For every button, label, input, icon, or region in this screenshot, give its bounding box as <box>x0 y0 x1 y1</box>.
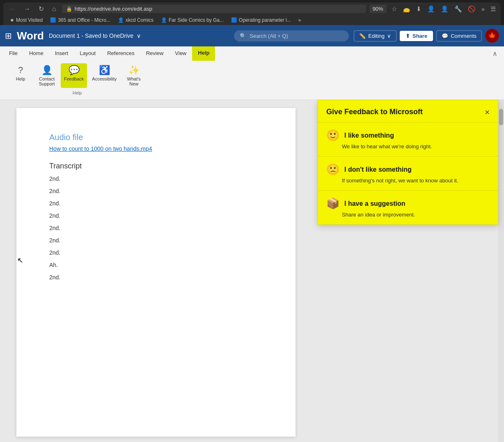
bookmarks-bar: ★ Most Visited 🟦 365 and Office - Micro.… <box>3 15 501 25</box>
back-button[interactable]: ← <box>7 5 18 14</box>
feedback-option-suggestion-header: 📦 I have a suggestion <box>326 197 490 210</box>
tab-review[interactable]: Review <box>140 47 170 60</box>
person-icon-2: 👤 <box>161 17 167 23</box>
feedback-suggestion-title: I have a suggestion <box>344 200 405 207</box>
feedback-title: Give Feedback to Microsoft <box>326 108 423 116</box>
menu-icon[interactable]: ☰ <box>489 5 497 14</box>
share-button[interactable]: ⬆ Share <box>400 31 433 41</box>
feedback-dislike-desc: If something's not right, we want to kno… <box>342 177 490 184</box>
search-input[interactable] <box>250 33 340 39</box>
tab-file[interactable]: File <box>3 47 23 60</box>
bookmark-label: 365 and Office - Micro... <box>58 17 110 23</box>
tab-insert[interactable]: Insert <box>49 47 74 60</box>
feedback-dislike-title: I don't like something <box>344 166 412 173</box>
smiley-icon: 🙂 <box>326 129 339 142</box>
feedback-header: Give Feedback to Microsoft × <box>318 100 498 122</box>
share-icon: ⬆ <box>405 33 410 39</box>
editing-button[interactable]: ✏️ Editing ∨ <box>354 30 396 41</box>
bookmark-more[interactable]: » <box>295 16 305 24</box>
browser-nav-icons: ☆ 👝 ⬇ 👤 👤 🔧 🚫 » ☰ <box>390 5 497 14</box>
feedback-like-title: I like something <box>344 132 394 139</box>
feedback-option-dislike-header: 🙁 I don't like something <box>326 163 490 176</box>
bookmark-most-visited[interactable]: ★ Most Visited <box>7 16 46 24</box>
accessibility-button[interactable]: ♿ Accessibility <box>89 63 120 88</box>
profile-icon-2[interactable]: 👤 <box>439 5 450 14</box>
transcript-line-6: 2nd. <box>49 237 263 244</box>
whats-new-icon: ✨ <box>128 65 140 76</box>
app-grid-icon[interactable]: ⊞ <box>5 31 12 41</box>
transcript-line-4: 2nd. <box>49 212 263 219</box>
document-area: Audio file How to count to 1000 on two h… <box>0 100 504 442</box>
bookmark-more-label: » <box>298 17 301 23</box>
transcript-line-3: 2nd. <box>49 200 263 207</box>
search-bar[interactable]: 🔍 <box>234 30 349 41</box>
star-bookmark-icon: ★ <box>10 17 14 23</box>
feedback-option-like-header: 🙂 I like something <box>326 129 490 142</box>
ribbon-content: ? Help 👤 ContactSupport 💬 Feedback ♿ Acc… <box>0 61 504 99</box>
bookmark-365[interactable]: 🟦 365 and Office - Micro... <box>47 16 114 24</box>
extensions-icon[interactable]: 🔧 <box>453 5 464 14</box>
scrollbar-thumb[interactable] <box>499 109 503 125</box>
audio-file-heading: Audio file <box>49 133 263 142</box>
feedback-like-desc: We like to hear what we're doing right. <box>342 143 490 150</box>
frown-icon: 🙁 <box>326 163 339 176</box>
person-icon: 👤 <box>118 17 124 23</box>
feedback-option-dislike[interactable]: 🙁 I don't like something If something's … <box>318 156 498 190</box>
refresh-button[interactable]: ↻ <box>36 4 46 14</box>
bookmark-operating[interactable]: 🟦 Operating parameter l... <box>228 16 294 24</box>
transcript-line-5: 2nd. <box>49 225 263 231</box>
star-icon[interactable]: ☆ <box>390 5 399 14</box>
home-button[interactable]: ⌂ <box>50 5 59 14</box>
bookmark-label: Operating parameter l... <box>239 17 291 23</box>
contact-support-button[interactable]: 👤 ContactSupport <box>34 63 59 88</box>
zoom-level[interactable]: 90% <box>369 5 387 13</box>
profile-icon-1[interactable]: 👤 <box>426 5 437 14</box>
feedback-panel: Give Feedback to Microsoft × 🙂 I like so… <box>318 100 498 225</box>
address-bar[interactable]: 🔒 https://onedrive.live.com/edit.asp <box>62 5 366 13</box>
tab-view[interactable]: View <box>169 47 192 60</box>
help-icon: ? <box>18 65 23 76</box>
feedback-label: Feedback <box>64 76 84 81</box>
tab-layout[interactable]: Layout <box>74 47 101 60</box>
more-icon[interactable]: » <box>480 5 486 13</box>
pencil-icon: ✏️ <box>359 33 366 39</box>
accessibility-label: Accessibility <box>92 76 117 81</box>
download-icon[interactable]: ⬇ <box>415 5 423 14</box>
comments-button[interactable]: 💬 Comments <box>436 30 482 41</box>
suggestion-icon: 📦 <box>326 197 339 210</box>
browser-nav: ← → ↻ ⌂ 🔒 https://onedrive.live.com/edit… <box>3 2 501 15</box>
collapse-ribbon-button[interactable]: ∧ <box>489 48 501 59</box>
vertical-scrollbar[interactable] <box>498 100 504 442</box>
ribbon-tabs: File Home Insert Layout References Revie… <box>0 46 504 61</box>
help-button[interactable]: ? Help <box>8 63 33 88</box>
lock-icon: 🔒 <box>66 6 72 12</box>
avatar[interactable]: 🍁 <box>485 29 499 43</box>
feedback-button[interactable]: 💬 Feedback <box>61 63 87 88</box>
bookmark-label: xkcd Comics <box>126 17 153 23</box>
transcript-heading: Transcript <box>49 162 263 170</box>
contact-support-label: ContactSupport <box>39 76 55 86</box>
feedback-option-suggestion[interactable]: 📦 I have a suggestion Share an idea or i… <box>318 190 498 224</box>
tab-help[interactable]: Help <box>192 46 215 61</box>
no-icon[interactable]: 🚫 <box>466 5 477 14</box>
wallet-icon[interactable]: 👝 <box>401 5 412 14</box>
transcript-line-2: 2nd. <box>49 188 263 194</box>
transcript-line-9: 2nd. <box>49 274 263 281</box>
tab-references[interactable]: References <box>101 47 140 60</box>
bookmark-farside[interactable]: 👤 Far Side Comics by Ga... <box>158 16 227 24</box>
feedback-option-like[interactable]: 🙂 I like something We like to hear what … <box>318 122 498 156</box>
feedback-close-button[interactable]: × <box>485 108 490 116</box>
title-bar-actions: ✏️ Editing ∨ ⬆ Share 💬 Comments 🍁 <box>354 29 499 43</box>
bookmark-xkcd[interactable]: 👤 xkcd Comics <box>115 16 157 24</box>
forward-button[interactable]: → <box>21 5 33 14</box>
feedback-suggestion-desc: Share an idea or improvement. <box>342 212 490 218</box>
whats-new-label: What'sNew <box>127 76 141 86</box>
tab-home[interactable]: Home <box>23 47 49 60</box>
doc-title-chevron[interactable]: ∨ <box>137 32 141 39</box>
audio-link[interactable]: How to count to 1000 on two hands.mp4 <box>49 145 263 152</box>
url-text: https://onedrive.live.com/edit.asp <box>75 6 152 12</box>
ms-icon-2: 🟦 <box>231 17 237 23</box>
feedback-icon: 💬 <box>69 65 80 76</box>
bookmark-label: Most Visited <box>16 17 43 23</box>
whats-new-button[interactable]: ✨ What'sNew <box>121 63 146 88</box>
